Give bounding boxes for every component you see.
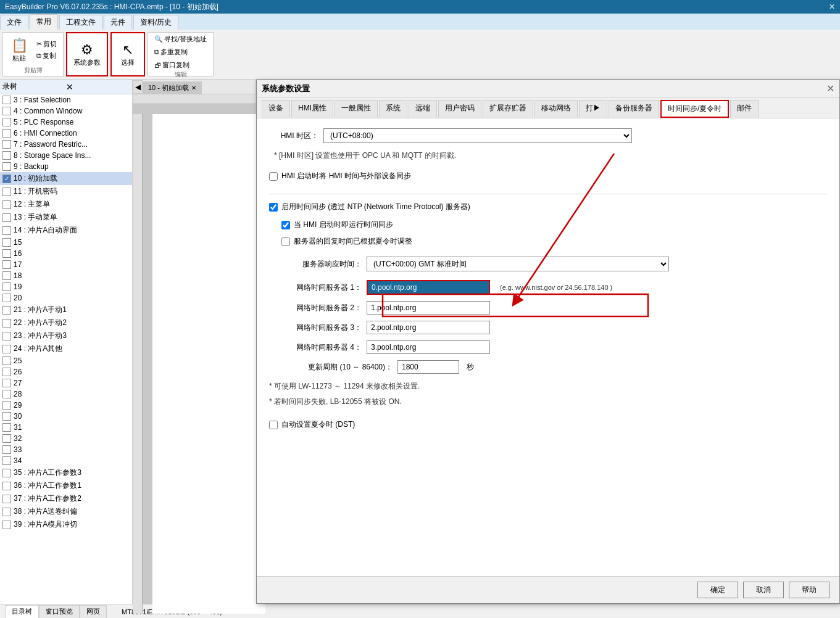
tab-file[interactable]: 文件 (0, 15, 28, 30)
tree-item-35[interactable]: 35 : 冲片A工作参数3 (0, 466, 132, 479)
tree-container[interactable]: 3 : Fast Selection 4 : Common Window 5 :… (0, 94, 132, 604)
tab-mobile[interactable]: 移动网络 (534, 100, 578, 118)
select-button[interactable]: ↖ 选择 (115, 41, 140, 68)
hmi-timezone-select[interactable]: (UTC+08:00) (323, 128, 632, 143)
tree-item-26[interactable]: 26 (0, 366, 132, 377)
search-replace-button[interactable]: 🔍 寻找/替换地址 (152, 34, 209, 44)
tree-item-27[interactable]: 27 (0, 377, 132, 389)
tab-common[interactable]: 常用 (30, 14, 58, 30)
dialog-close-button[interactable]: ✕ (826, 83, 834, 94)
checkbox-5[interactable] (2, 118, 11, 126)
tree-item-13[interactable]: 13 : 手动菜单 (0, 211, 132, 224)
tree-item-31[interactable]: 31 (0, 422, 132, 433)
checkbox-39[interactable] (2, 521, 11, 529)
checkbox-3[interactable] (2, 96, 11, 104)
checkbox-7[interactable] (2, 140, 11, 149)
tree-item-16[interactable]: 16 (0, 248, 132, 259)
checkbox-8[interactable] (2, 151, 11, 160)
tree-item-6[interactable]: 6 : HMI Connection (0, 128, 132, 139)
checkbox-12[interactable] (2, 200, 11, 209)
tree-item-30[interactable]: 30 (0, 411, 132, 422)
tree-item-36[interactable]: 36 : 冲片A工作参数1 (0, 479, 132, 492)
tree-item-7[interactable]: 7 : Password Restric... (0, 139, 132, 150)
ntp-enable-checkbox[interactable] (269, 203, 278, 212)
tree-item-17[interactable]: 17 (0, 259, 132, 270)
checkbox-15[interactable] (2, 238, 11, 247)
tree-item-39[interactable]: 39 : 冲片A模具冲切 (0, 518, 132, 531)
system-params-button[interactable]: ⚙ 系统参数 (71, 41, 103, 68)
dst-checkbox[interactable] (269, 421, 278, 429)
checkbox-22[interactable] (2, 319, 11, 328)
tab-password[interactable]: 用户密码 (438, 100, 481, 118)
checkbox-20[interactable] (2, 294, 11, 302)
checkbox-35[interactable] (2, 469, 11, 477)
status-tab-web[interactable]: 网页 (80, 605, 107, 619)
checkbox-27[interactable] (2, 379, 11, 387)
ntp-dst-adjusted-checkbox[interactable] (281, 237, 290, 246)
paste-button[interactable]: 📋 粘贴 (7, 36, 31, 64)
checkbox-11[interactable] (2, 187, 11, 196)
cancel-button[interactable]: 取消 (743, 582, 784, 598)
hmi-sync-checkbox[interactable] (269, 172, 278, 181)
tab-project[interactable]: 工程文件 (59, 15, 102, 30)
checkbox-6[interactable] (2, 129, 11, 138)
checkbox-37[interactable] (2, 495, 11, 503)
copy-button[interactable]: ⧉ 复制 (34, 51, 59, 61)
tab-email[interactable]: 邮件 (730, 100, 759, 118)
tree-item-12[interactable]: 12 : 主菜单 (0, 198, 132, 211)
checkbox-30[interactable] (2, 412, 11, 421)
tree-item-25[interactable]: 25 (0, 355, 132, 366)
tree-item-22[interactable]: 22 : 冲片A手动2 (0, 316, 132, 329)
tree-item-19[interactable]: 19 (0, 281, 132, 292)
tree-item-24[interactable]: 24 : 冲片A其他 (0, 342, 132, 355)
editor-tab-close[interactable]: ✕ (191, 84, 196, 91)
tree-item-4[interactable]: 4 : Common Window (0, 105, 132, 117)
cut-button[interactable]: ✂ 剪切 (34, 39, 59, 49)
checkbox-28[interactable] (2, 390, 11, 398)
tab-general[interactable]: 一般属性 (335, 100, 378, 118)
checkbox-4[interactable] (2, 107, 11, 115)
tree-item-34[interactable]: 34 (0, 455, 132, 466)
tree-item-28[interactable]: 28 (0, 389, 132, 400)
checkbox-16[interactable] (2, 249, 11, 258)
tree-item-9[interactable]: 9 : Backup (0, 161, 132, 172)
checkbox-34[interactable] (2, 456, 11, 465)
checkbox-17[interactable] (2, 260, 11, 269)
tree-item-37[interactable]: 37 : 冲片A工作参数2 (0, 492, 132, 505)
checkbox-9[interactable] (2, 162, 11, 171)
tree-item-38[interactable]: 38 : 冲片A送卷纠偏 (0, 505, 132, 518)
tree-item-3[interactable]: 3 : Fast Selection (0, 94, 132, 105)
checkbox-25[interactable] (2, 356, 11, 365)
ntp-server2-input[interactable] (367, 301, 490, 315)
tree-item-14[interactable]: 14 : 冲片A自动界面 (0, 224, 132, 237)
window-copy-button[interactable]: 🗗 窗口复制 (152, 60, 192, 70)
tab-more[interactable]: 打▶ (579, 100, 607, 118)
tab-storage[interactable]: 扩展存贮器 (483, 100, 533, 118)
tab-hmi-properties[interactable]: HMI属性 (291, 100, 333, 118)
checkbox-31[interactable] (2, 423, 11, 432)
tab-remote[interactable]: 远端 (409, 100, 437, 118)
left-panel-close[interactable]: ✕ (66, 82, 130, 92)
tree-item-21[interactable]: 21 : 冲片A手动1 (0, 303, 132, 316)
checkbox-10[interactable]: ✓ (2, 175, 11, 183)
checkbox-24[interactable] (2, 345, 11, 353)
checkbox-19[interactable] (2, 282, 11, 291)
tab-scroll-left[interactable]: ◀ (133, 80, 143, 94)
tab-timesync[interactable]: 时间同步/夏令时 (660, 100, 729, 118)
editor-tab-10[interactable]: 10 - 初始加载 ✕ (143, 81, 202, 94)
checkbox-21[interactable] (2, 306, 11, 315)
checkbox-29[interactable] (2, 401, 11, 410)
tab-backup[interactable]: 备份服务器 (609, 100, 659, 118)
update-interval-input[interactable] (397, 360, 459, 374)
checkbox-32[interactable] (2, 434, 11, 443)
tree-item-32[interactable]: 32 (0, 433, 132, 444)
ntp-server4-input[interactable] (367, 340, 490, 354)
tree-item-18[interactable]: 18 (0, 270, 132, 281)
help-button[interactable]: 帮助 (789, 582, 830, 598)
tree-item-23[interactable]: 23 : 冲片A手动3 (0, 329, 132, 342)
tree-item-33[interactable]: 33 (0, 444, 132, 455)
tab-system[interactable]: 系统 (379, 100, 407, 118)
tree-item-10[interactable]: ✓ 10 : 初始加载 (0, 172, 132, 185)
ntp-server1-input[interactable] (367, 280, 490, 295)
checkbox-18[interactable] (2, 271, 11, 280)
